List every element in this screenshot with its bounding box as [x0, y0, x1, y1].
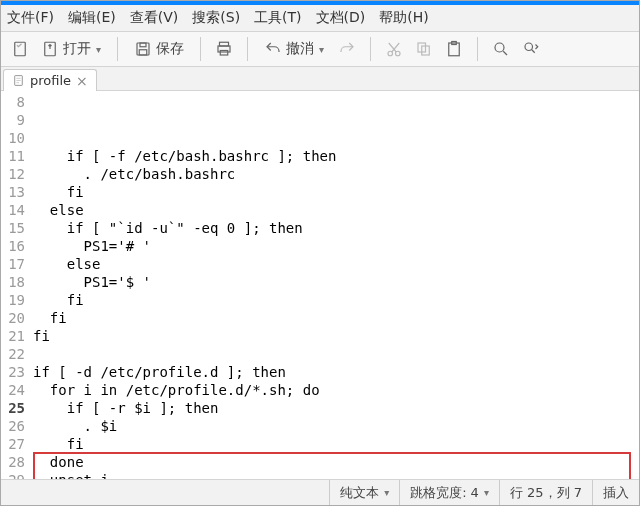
menu-edit[interactable]: 编辑(E)	[68, 9, 116, 27]
copy-button[interactable]	[411, 36, 437, 62]
edit-mode-label: 插入	[603, 484, 629, 502]
tab-profile[interactable]: profile ×	[3, 69, 97, 91]
save-button[interactable]: 保存	[128, 38, 190, 60]
line-number: 27	[3, 435, 25, 453]
syntax-label: 纯文本	[340, 484, 379, 502]
code-line[interactable]: fi	[33, 309, 635, 327]
toolbar-divider	[370, 37, 371, 61]
cursor-position: 行 25，列 7	[499, 480, 592, 505]
line-number: 26	[3, 417, 25, 435]
code-line[interactable]: fi	[33, 183, 635, 201]
menu-file[interactable]: 文件(F)	[7, 9, 54, 27]
code-line[interactable]: fi	[33, 291, 635, 309]
redo-button[interactable]	[334, 36, 360, 62]
svg-rect-7	[220, 51, 228, 56]
line-number: 21	[3, 327, 25, 345]
code-text[interactable]: if [ -f /etc/bash.bashrc ]; then . /etc/…	[29, 91, 639, 479]
code-line[interactable]: for i in /etc/profile.d/*.sh; do	[33, 381, 635, 399]
tabwidth-value: 4	[471, 485, 479, 500]
code-line[interactable]: . $i	[33, 417, 635, 435]
line-number: 17	[3, 255, 25, 273]
tab-bar: profile ×	[1, 67, 639, 91]
line-number: 10	[3, 129, 25, 147]
toolbar-divider	[477, 37, 478, 61]
find-replace-button[interactable]	[518, 36, 544, 62]
svg-rect-0	[15, 42, 26, 56]
syntax-selector[interactable]: 纯文本 ▾	[329, 480, 399, 505]
code-line[interactable]: if [ -f /etc/bash.bashrc ]; then	[33, 147, 635, 165]
svg-rect-4	[139, 50, 147, 55]
cut-button[interactable]	[381, 36, 407, 62]
status-bar: 纯文本 ▾ 跳格宽度: 4 ▾ 行 25，列 7 插入	[1, 479, 639, 505]
code-line[interactable]: if [ "`id -u`" -eq 0 ]; then	[33, 219, 635, 237]
line-number: 29	[3, 471, 25, 479]
code-line[interactable]: PS1='$ '	[33, 273, 635, 291]
line-number: 15	[3, 219, 25, 237]
line-number: 11	[3, 147, 25, 165]
new-doc-button[interactable]	[7, 36, 33, 62]
line-number: 20	[3, 309, 25, 327]
paste-button[interactable]	[441, 36, 467, 62]
line-number: 22	[3, 345, 25, 363]
toolbar-divider	[200, 37, 201, 61]
code-line[interactable]: fi	[33, 435, 635, 453]
line-number: 18	[3, 273, 25, 291]
code-line[interactable]: if [ -d /etc/profile.d ]; then	[33, 363, 635, 381]
line-numbers: 8910111213141516171819202122232425262728…	[1, 91, 29, 479]
line-number: 19	[3, 291, 25, 309]
svg-point-15	[525, 43, 533, 51]
svg-point-14	[495, 43, 504, 52]
line-number: 13	[3, 183, 25, 201]
line-number: 8	[3, 93, 25, 111]
line-number: 25	[3, 399, 25, 417]
tab-label: profile	[30, 73, 71, 88]
find-button[interactable]	[488, 36, 514, 62]
open-label: 打开	[63, 40, 91, 58]
line-number: 9	[3, 111, 25, 129]
menu-help[interactable]: 帮助(H)	[379, 9, 428, 27]
open-button[interactable]: 打开 ▾	[35, 38, 107, 60]
code-line[interactable]: else	[33, 255, 635, 273]
save-label: 保存	[156, 40, 184, 58]
line-number: 12	[3, 165, 25, 183]
line-number: 23	[3, 363, 25, 381]
code-line[interactable]: fi	[33, 327, 635, 345]
code-line[interactable]: done	[33, 453, 635, 471]
chevron-down-icon: ▾	[484, 487, 489, 498]
undo-label: 撤消	[286, 40, 314, 58]
menu-tools[interactable]: 工具(T)	[254, 9, 301, 27]
document-icon	[12, 74, 25, 87]
print-button[interactable]	[211, 36, 237, 62]
line-number: 16	[3, 237, 25, 255]
line-number: 28	[3, 453, 25, 471]
code-line[interactable]: PS1='# '	[33, 237, 635, 255]
chevron-down-icon: ▾	[96, 44, 101, 55]
code-line[interactable]	[33, 345, 635, 363]
toolbar-divider	[117, 37, 118, 61]
editor[interactable]: 8910111213141516171819202122232425262728…	[1, 91, 639, 479]
toolbar: 打开 ▾ 保存 撤消 ▾	[1, 32, 639, 67]
code-line[interactable]: . /etc/bash.bashrc	[33, 165, 635, 183]
menu-documents[interactable]: 文档(D)	[316, 9, 366, 27]
svg-rect-3	[140, 43, 146, 47]
tabwidth-selector[interactable]: 跳格宽度: 4 ▾	[399, 480, 499, 505]
code-line[interactable]: if [ -r $i ]; then	[33, 399, 635, 417]
menu-search[interactable]: 搜索(S)	[192, 9, 240, 27]
undo-button[interactable]: 撤消 ▾	[258, 38, 330, 60]
menubar: 文件(F) 编辑(E) 查看(V) 搜索(S) 工具(T) 文档(D) 帮助(H…	[1, 5, 639, 32]
edit-mode[interactable]: 插入	[592, 480, 639, 505]
chevron-down-icon: ▾	[384, 487, 389, 498]
code-line[interactable]: else	[33, 201, 635, 219]
close-icon[interactable]: ×	[76, 74, 88, 88]
line-number: 24	[3, 381, 25, 399]
menu-view[interactable]: 查看(V)	[130, 9, 179, 27]
cursor-position-label: 行 25，列 7	[510, 484, 582, 502]
toolbar-divider	[247, 37, 248, 61]
tabwidth-label: 跳格宽度:	[410, 484, 466, 502]
chevron-down-icon: ▾	[319, 44, 324, 55]
code-line[interactable]: unset i	[33, 471, 635, 479]
line-number: 14	[3, 201, 25, 219]
